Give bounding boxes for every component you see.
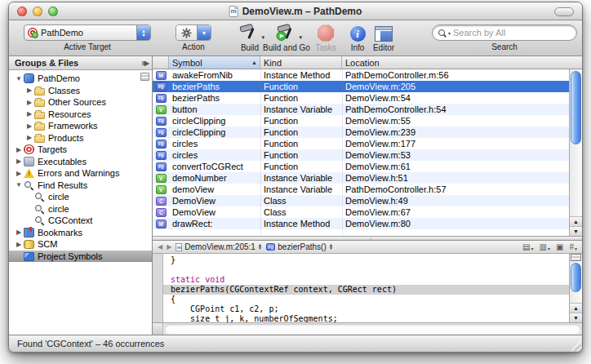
- sidebar-item-circle[interactable]: circle: [9, 191, 152, 203]
- resize-grip[interactable]: [571, 340, 581, 351]
- table-row[interactable]: CDemoViewClassDemoView.h:49: [153, 195, 569, 206]
- info-button[interactable]: i: [350, 22, 366, 42]
- horizontal-scroll-track[interactable]: [165, 324, 580, 334]
- sidebar-item-label: CGContext: [48, 215, 92, 225]
- table-row[interactable]: F()bezierPathsFunctionDemoView.m:205: [153, 81, 569, 92]
- disclosure-triangle[interactable]: ▶: [14, 170, 24, 177]
- table-row[interactable]: MdrawRect:Instance MethodDemoView.m:80: [153, 218, 569, 229]
- editor-horizontal-scrollbar[interactable]: [153, 322, 582, 335]
- history-forward-button[interactable]: ▶: [167, 243, 171, 251]
- symbol-cell: bezierPaths: [169, 93, 260, 103]
- scroll-up-button[interactable]: ▲: [570, 216, 582, 226]
- sidebar-item-cgcontext[interactable]: CGContext: [9, 215, 152, 227]
- function-popup[interactable]: F() bezierPaths() ▲▼: [266, 242, 333, 251]
- editor-scroll-down-button[interactable]: ▼: [570, 313, 582, 322]
- editor-scroll-up-button[interactable]: ▲: [570, 303, 582, 313]
- history-back-button[interactable]: ◀: [158, 243, 162, 251]
- editor-button[interactable]: [375, 22, 393, 42]
- counterpart-button[interactable]: ▣: [556, 242, 563, 251]
- sidebar-item-label: Bookmarks: [38, 228, 82, 237]
- icon-column-header[interactable]: [153, 56, 169, 69]
- sidebar-splitter-icon[interactable]: ‖▶: [142, 60, 149, 67]
- table-row[interactable]: VdemoViewInstance VariablePathDemoContro…: [153, 184, 569, 195]
- table-row[interactable]: F()circleClippingFunctionDemoView.m:55: [153, 115, 569, 127]
- location-column-header[interactable]: Location: [342, 56, 582, 69]
- kind-column-header[interactable]: Kind: [260, 56, 342, 69]
- line-number-menu-button[interactable]: #▾: [569, 242, 577, 251]
- search-scope-arrow-icon[interactable]: ▾: [448, 30, 451, 36]
- table-row[interactable]: VdemoNumberInstance VariableDemoView.h:5…: [153, 172, 569, 184]
- disclosure-triangle[interactable]: ▶: [14, 241, 24, 248]
- toolbar-toggle-pill[interactable]: [554, 7, 574, 16]
- table-row[interactable]: F()bezierPathsFunctionDemoView.m:54: [153, 92, 569, 104]
- table-scrollbar[interactable]: ▲ ▼: [569, 69, 582, 236]
- code-area[interactable]: }static voidbezierPaths(CGContextRef con…: [163, 254, 569, 322]
- table-row[interactable]: MawakeFromNibInstance MethodPathDemoCont…: [153, 69, 569, 81]
- disclosure-triangle[interactable]: ▶: [24, 87, 34, 94]
- sidebar-item-pathdemo[interactable]: ▼PathDemo: [9, 73, 152, 85]
- disclosure-triangle[interactable]: ▶: [14, 229, 24, 236]
- sidebar-split-control[interactable]: [140, 73, 149, 81]
- disclosure-triangle[interactable]: ▶: [14, 146, 24, 153]
- disclosure-triangle[interactable]: ▶: [24, 110, 34, 118]
- pane-splitter[interactable]: [153, 236, 582, 241]
- status-text: Found 'CGContext' – 46 occurrences: [17, 339, 164, 348]
- zoom-button[interactable]: [48, 7, 58, 16]
- active-target-popup[interactable]: PathDemo ▲▼: [24, 24, 151, 41]
- symbol-kind-icon: V: [156, 174, 167, 183]
- active-target-label: Active Target: [64, 42, 111, 51]
- minimize-button[interactable]: [33, 7, 42, 16]
- disclosure-triangle[interactable]: ▶: [24, 99, 34, 106]
- editor-split-control[interactable]: [571, 254, 581, 261]
- sidebar-item-label: SCM: [38, 239, 57, 249]
- editor-scrollbar-thumb[interactable]: [571, 263, 581, 292]
- file-popup[interactable]: m DemoView.m:205:1 ▲▼: [176, 242, 262, 251]
- disclosure-triangle[interactable]: ▶: [24, 134, 34, 141]
- sidebar-item-scm[interactable]: ▶SCM: [9, 238, 152, 251]
- title-bar[interactable]: m DemoView.m – PathDemo: [9, 2, 582, 20]
- disclosure-triangle[interactable]: ▶: [14, 158, 24, 165]
- editor-scrollbar[interactable]: ▲ ▼: [569, 254, 582, 322]
- sidebar-item-classes[interactable]: ▶Classes: [9, 85, 152, 97]
- build-button[interactable]: ▾: [238, 22, 261, 42]
- sidebar-item-other-sources[interactable]: ▶Other Sources: [9, 96, 152, 109]
- sidebar-item-targets[interactable]: ▶Targets: [9, 144, 152, 156]
- sidebar-item-bookmarks[interactable]: ▶Bookmarks: [9, 227, 152, 239]
- table-scrollbar-thumb[interactable]: [571, 71, 581, 144]
- disclosure-triangle[interactable]: ▶: [24, 122, 34, 130]
- folder-icon: [34, 100, 45, 107]
- close-button[interactable]: [17, 7, 27, 16]
- symbol-column-header[interactable]: Symbol ▲: [169, 56, 260, 69]
- action-group: ▼ Action: [176, 24, 211, 51]
- table-row[interactable]: F()circlesFunctionDemoView.m:53: [153, 149, 569, 161]
- editor-window-icon: [375, 26, 393, 42]
- scroll-down-button[interactable]: ▼: [570, 226, 582, 236]
- table-row[interactable]: VbuttonInstance VariablePathDemoControll…: [153, 104, 569, 115]
- table-row[interactable]: F()circleClippingFunctionDemoView.m:239: [153, 127, 569, 138]
- location-cell: DemoView.m:177: [342, 139, 569, 149]
- sidebar-item-find-results[interactable]: ▼Find Results: [9, 180, 152, 192]
- symbol-cell: circles: [169, 139, 260, 149]
- breakpoints-menu-button[interactable]: ▥▾: [540, 242, 550, 251]
- kind-cell: Function: [260, 116, 342, 126]
- sidebar-item-frameworks[interactable]: ▶Frameworks: [9, 120, 152, 132]
- sidebar-item-circle[interactable]: circle: [9, 203, 152, 215]
- symbol-icon-cell: V: [153, 185, 169, 194]
- table-row[interactable]: CDemoViewClassDemoView.m:67: [153, 206, 569, 218]
- sidebar-item-resources[interactable]: ▶Resources: [9, 109, 152, 121]
- disclosure-triangle[interactable]: ▼: [14, 75, 24, 82]
- disclosure-triangle[interactable]: ▼: [14, 181, 24, 189]
- search-input[interactable]: ▾ Search by All: [432, 24, 577, 41]
- window-title-text: DemoView.m – PathDemo: [242, 6, 362, 17]
- table-row[interactable]: F()circlesFunctionDemoView.m:177: [153, 138, 569, 149]
- action-button[interactable]: ▼: [176, 24, 211, 41]
- sidebar-item-project-symbols[interactable]: Project Symbols: [9, 251, 152, 263]
- table-row[interactable]: F()convertToCGRectFunctionDemoView.m:61: [153, 161, 569, 172]
- build-and-go-button[interactable]: ▾: [274, 22, 299, 42]
- bookmarks-menu-button[interactable]: ▤▾: [522, 242, 533, 251]
- code-editor[interactable]: }static voidbezierPaths(CGContextRef con…: [153, 254, 582, 322]
- sidebar-item-errors-and-warnings[interactable]: ▶Errors and Warnings: [9, 167, 152, 180]
- sidebar-item-executables[interactable]: ▶Executables: [9, 156, 152, 168]
- sidebar-item-products[interactable]: ▶Products: [9, 132, 152, 144]
- tasks-button[interactable]: [318, 22, 335, 42]
